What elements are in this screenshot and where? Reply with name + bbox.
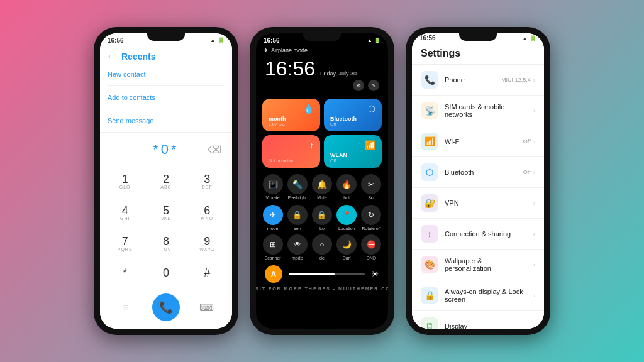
key-8[interactable]: 8TUV — [146, 229, 186, 259]
add-contact-btn[interactable]: Add to contacts — [108, 94, 225, 101]
key-1[interactable]: 1GLO — [105, 167, 145, 197]
back-icon[interactable]: ← — [106, 51, 116, 62]
cc-mode-row: ⊞ Scanner 👁 mode ○ de 🌙 Darl ⛔ DND — [256, 233, 388, 261]
settings-item-label: Always-on display & Lock screen — [445, 288, 527, 303]
new-contact-btn[interactable]: New contact — [108, 70, 225, 78]
hotspot-item[interactable]: 🔥 hot — [335, 174, 358, 200]
screen-lock-icon: 🔒 — [287, 205, 308, 225]
call-button[interactable]: 📞 — [152, 293, 180, 321]
chevron-icon: › — [533, 107, 535, 114]
key-3[interactable]: 3DEF — [187, 167, 227, 197]
settings-item-8[interactable]: 🖥 Display › — [412, 311, 544, 329]
settings-item-text: Always-on display & Lock screen — [445, 288, 527, 303]
dnd-item[interactable]: ⛔ DND — [360, 234, 383, 260]
keyboard-btn[interactable]: ⌨ — [196, 297, 216, 317]
settings-item-text: Phone — [445, 76, 495, 84]
time-2: 16:56 — [264, 37, 280, 44]
vibrate-icon: 📳 — [263, 174, 283, 194]
wlan-icon: 📶 — [365, 140, 375, 150]
cc-header: ✈ Airplane mode — [256, 46, 388, 56]
hotspot-icon: 🔥 — [336, 174, 357, 194]
eye-mode-item[interactable]: 👁 mode — [286, 234, 309, 260]
flashlight-item[interactable]: 🔦 Flashlight — [286, 174, 309, 200]
cc-tiles: 💧 month 1.87 GB ⬡ Bluetooth Off ↑ Not in… — [256, 95, 388, 172]
menu-btn[interactable]: ≡ — [116, 297, 136, 317]
settings-item-1[interactable]: 📡 SIM cards & mobile networks › — [412, 96, 544, 126]
cc-actions-row: ✈ mode 🔒 een 🔒 Lo 📍 Location ↻ Rotate of… — [256, 202, 388, 233]
edit-icon[interactable]: ✎ — [368, 80, 379, 91]
key-2[interactable]: 2ABC — [146, 167, 186, 197]
bluetooth-tile[interactable]: ⬡ Bluetooth Off — [324, 99, 382, 131]
key-0[interactable]: 0 — [146, 260, 186, 286]
brightness-icon: ☀ — [371, 269, 379, 279]
data-tile[interactable]: 💧 month 1.87 GB — [262, 99, 320, 131]
settings-icon[interactable]: ⚙ — [353, 80, 364, 91]
scanner-item[interactable]: ⊞ Scanner — [261, 234, 284, 260]
settings-item-0[interactable]: 📞 Phone MIUI 12.5.4 › — [412, 65, 544, 96]
flashlight-label: Flashlight — [288, 195, 307, 200]
circle-label: de — [319, 256, 325, 260]
activity-tile[interactable]: ↑ Not in motion — [262, 135, 320, 168]
airplane-toggle-label: mode — [267, 226, 279, 231]
airplane-mode-label: ✈ Airplane mode — [264, 47, 308, 53]
vibrate-item[interactable]: 📳 Vibrate — [261, 174, 284, 200]
airplane-toggle[interactable]: ✈ mode — [261, 205, 284, 231]
settings-item-value: Off — [523, 169, 531, 175]
eye-mode-label: mode — [292, 256, 303, 260]
lock-item[interactable]: 🔒 Lo — [310, 205, 333, 231]
settings-item-icon: 📡 — [421, 102, 438, 119]
avatar[interactable]: A — [265, 265, 282, 283]
key-5[interactable]: 5JKL — [146, 198, 186, 228]
settings-item-text: Display — [445, 322, 527, 329]
divider — [108, 85, 225, 86]
chevron-icon: › — [533, 200, 535, 207]
bluetooth-sub: Off — [330, 122, 375, 126]
dnd-label: DND — [367, 256, 376, 260]
settings-item-4[interactable]: 🔐 VPN › — [412, 188, 544, 219]
rotate-item[interactable]: ↻ Rotate off — [360, 205, 383, 231]
settings-item-right: › — [533, 231, 535, 238]
key-9[interactable]: 9WXYZ — [187, 229, 227, 259]
settings-item-right: › — [533, 261, 535, 268]
settings-item-value: Off — [523, 138, 531, 145]
location-item[interactable]: 📍 Location — [335, 205, 358, 231]
mute-item[interactable]: 🔔 Mute — [310, 174, 333, 200]
settings-item-6[interactable]: 🎨 Wallpaper & personalization › — [412, 250, 544, 280]
wlan-sub: Off — [330, 158, 375, 163]
eye-mode-icon: 👁 — [287, 234, 308, 255]
key-7[interactable]: 7PQRS — [105, 229, 145, 259]
status-icons-2: ▲ 🔋 — [367, 38, 380, 43]
key-#[interactable]: # — [187, 260, 227, 286]
dnd-icon: ⛔ — [361, 234, 381, 255]
phone-control-center: 16:56 ▲ 🔋 ✈ Airplane mode 16:56 Friday, … — [250, 27, 394, 335]
delete-icon[interactable]: ⌫ — [208, 144, 225, 156]
settings-item-right: MIUI 12.5.4 › — [501, 77, 535, 84]
screen-lock-item[interactable]: 🔒 een — [286, 205, 309, 231]
keypad: 1GLO2ABC3DEF4GHI5JKL6MNO7PQRS8TUV9WXYZ*0… — [100, 164, 232, 288]
settings-item-3[interactable]: ⬡ Bluetooth Off › — [412, 157, 544, 188]
cc-quick-row: 📳 Vibrate 🔦 Flashlight 🔔 Mute 🔥 hot ✂ Sc… — [256, 172, 388, 202]
chevron-icon: › — [533, 77, 535, 84]
wlan-tile[interactable]: 📶 WLAN Off — [324, 135, 382, 168]
settings-item-icon: 🎨 — [421, 256, 438, 273]
activity-sub: Not in motion — [269, 158, 314, 163]
settings-item-2[interactable]: 📶 Wi-Fi Off › — [412, 126, 544, 157]
time-1: 16:56 — [108, 37, 124, 44]
key-4[interactable]: 4GHI — [105, 198, 145, 228]
key-*[interactable]: * — [105, 260, 145, 286]
rotate-icon: ↻ — [361, 205, 381, 225]
flashlight-icon: 🔦 — [287, 174, 308, 194]
settings-item-right: Off › — [523, 169, 535, 176]
time-3: 16:56 — [419, 35, 436, 41]
settings-item-5[interactable]: ↕ Connection & sharing › — [412, 219, 544, 250]
circle-item[interactable]: ○ de — [310, 234, 333, 260]
brightness-slider[interactable] — [289, 273, 365, 275]
dark-mode-label: Darl — [343, 256, 351, 260]
settings-item-7[interactable]: 🔒 Always-on display & Lock screen › — [412, 280, 544, 311]
screenshot-item[interactable]: ✂ Scr — [360, 174, 383, 200]
send-message-btn[interactable]: Send message — [108, 117, 225, 124]
phone-dialer: 16:56 ▲ 🔋 ← Recents New contact Add to c… — [94, 27, 238, 335]
key-6[interactable]: 6MNO — [187, 198, 227, 228]
dark-mode-item[interactable]: 🌙 Darl — [335, 234, 358, 260]
settings-item-right: › — [533, 107, 535, 114]
